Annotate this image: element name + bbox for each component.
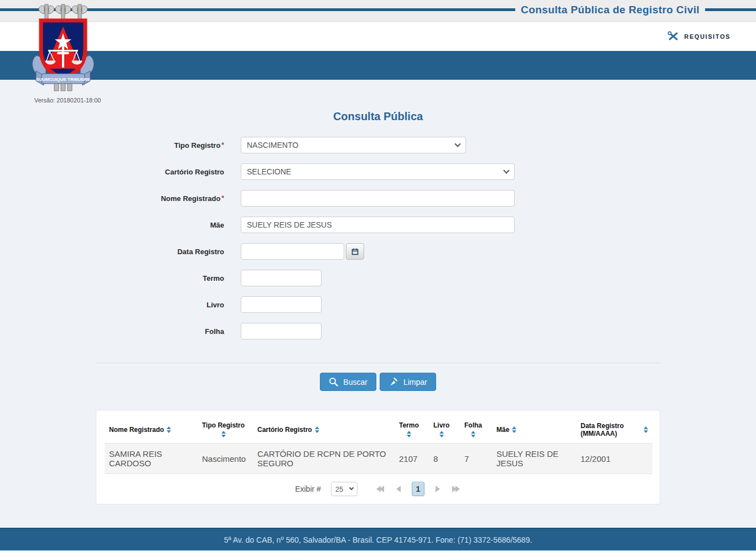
results-table: Nome Registrado Tipo Registro Cartório R…: [105, 414, 653, 474]
sort-icon[interactable]: [471, 431, 475, 437]
cell-folha: 7: [460, 444, 492, 474]
cell-cartorio-registro: CARTÓRIO DE RCPN DE PORTO SEGURO: [253, 444, 395, 474]
search-form: Tipo Registro* NASCIMENTO Cartório Regis…: [0, 137, 756, 339]
mae-input[interactable]: [241, 217, 515, 233]
form-row-mae: Mãe: [0, 217, 756, 233]
table-header-row: Nome Registrado Tipo Registro Cartório R…: [105, 414, 653, 444]
first-page-button[interactable]: [375, 485, 385, 493]
livro-label: Livro: [0, 301, 241, 309]
cartorio-registro-label: Cartório Registro: [0, 168, 241, 176]
sort-icon[interactable]: [512, 426, 516, 433]
table-row[interactable]: SAMIRA REIS CARDOSO Nascimento CARTÓRIO …: [105, 444, 653, 474]
main-content: Consulta Pública Tipo Registro* NASCIMEN…: [0, 80, 756, 528]
sort-icon[interactable]: [221, 431, 226, 437]
form-divider: [96, 363, 660, 363]
top-strip: Consulta Pública de Registro Civil: [0, 0, 756, 22]
form-row-tipo-registro: Tipo Registro* NASCIMENTO: [0, 137, 756, 153]
tipo-registro-select[interactable]: NASCIMENTO: [241, 137, 466, 153]
data-registro-label: Data Registro: [0, 248, 241, 256]
requisitos-button[interactable]: REQUISITOS: [667, 31, 731, 42]
cell-tipo-registro: Nascimento: [198, 444, 253, 474]
cartorio-registro-select[interactable]: SELECIONE: [241, 163, 515, 180]
livro-input[interactable]: [241, 296, 322, 313]
required-asterisk: *: [221, 194, 224, 202]
next-page-button[interactable]: [434, 485, 441, 493]
cartorio-registro-value: SELECIONE: [247, 167, 291, 176]
col-data-registro[interactable]: Data Registro (MM/AAAA): [576, 414, 653, 444]
search-icon: [329, 377, 338, 387]
logo-motto-text: SUUMCUIQUE TRIBUERE: [36, 77, 90, 82]
folha-input[interactable]: [241, 323, 322, 339]
calendar-icon: [351, 248, 359, 255]
form-row-nome-registrado: Nome Registrado*: [0, 190, 756, 207]
action-buttons: Buscar Limpar: [0, 373, 756, 391]
sort-icon[interactable]: [407, 431, 411, 437]
sort-icon[interactable]: [167, 426, 171, 433]
cell-livro: 8: [429, 444, 460, 474]
limpar-button[interactable]: Limpar: [380, 373, 436, 391]
current-page-button[interactable]: 1: [412, 482, 424, 496]
required-asterisk: *: [221, 141, 224, 149]
page-size-value: 25: [335, 485, 343, 493]
results-card: Nome Registrado Tipo Registro Cartório R…: [96, 410, 660, 504]
page-title: Consulta Pública: [0, 80, 756, 123]
chevron-down-icon: [349, 486, 354, 490]
tjba-crest-logo: SUUMCUIQUE TRIBUERE: [29, 2, 97, 97]
footer-address: 5ª Av. do CAB, nº 560, Salvador/BA - Bra…: [224, 535, 532, 544]
chevron-down-icon: [503, 167, 509, 173]
col-cartorio-registro[interactable]: Cartório Registro: [253, 414, 395, 444]
pagination-bar: Exibir # 25 1: [105, 482, 651, 496]
col-mae[interactable]: Mãe: [492, 414, 576, 444]
col-nome-registrado[interactable]: Nome Registrado: [105, 414, 198, 444]
exibir-label: Exibir #: [295, 485, 321, 493]
footer-bar: 5ª Av. do CAB, nº 560, Salvador/BA - Bra…: [0, 529, 756, 550]
consulta-publica-page: Consulta Pública de Registro Civil REQUI…: [0, 0, 756, 551]
cell-data-registro: 12/2001: [576, 444, 653, 474]
sort-icon[interactable]: [439, 431, 444, 437]
folha-label: Folha: [0, 327, 241, 336]
cell-nome-registrado: SAMIRA REIS CARDOSO: [105, 444, 198, 474]
prev-page-button[interactable]: [395, 485, 402, 493]
sort-icon[interactable]: [644, 426, 648, 433]
version-label: Versão: 20180201-18:00: [34, 97, 101, 104]
chevron-down-icon: [454, 141, 460, 147]
nome-registrado-label: Nome Registrado*: [0, 194, 241, 203]
form-row-cartorio-registro: Cartório Registro SELECIONE: [0, 163, 756, 180]
header-blue-band: [0, 51, 756, 80]
col-termo[interactable]: Termo: [395, 414, 429, 444]
cell-termo: 2107: [395, 444, 429, 474]
termo-input[interactable]: [241, 270, 322, 286]
tipo-registro-label: Tipo Registro*: [0, 141, 241, 150]
requisitos-label: REQUISITOS: [684, 33, 731, 40]
form-row-data-registro: Data Registro: [0, 243, 756, 260]
sort-icon[interactable]: [315, 426, 319, 433]
form-row-folha: Folha: [0, 323, 756, 339]
col-folha[interactable]: Folha: [460, 414, 492, 444]
cell-mae: SUELY REIS DE JESUS: [492, 444, 576, 474]
buscar-button[interactable]: Buscar: [320, 373, 376, 391]
form-row-termo: Termo: [0, 270, 756, 286]
toolbar-strip: REQUISITOS: [0, 22, 756, 51]
col-livro[interactable]: Livro: [429, 414, 460, 444]
page-size-select[interactable]: 25: [331, 482, 358, 496]
calendar-button[interactable]: [346, 243, 364, 260]
nome-registrado-input[interactable]: [241, 190, 515, 207]
col-tipo-registro[interactable]: Tipo Registro: [198, 414, 253, 444]
tipo-registro-value: NASCIMENTO: [247, 141, 298, 150]
tools-icon: [667, 31, 679, 42]
mae-label: Mãe: [0, 221, 241, 229]
last-page-button[interactable]: [451, 485, 461, 493]
termo-label: Termo: [0, 274, 241, 282]
broom-icon: [389, 377, 398, 387]
app-title: Consulta Pública de Registro Civil: [515, 4, 705, 16]
form-row-livro: Livro: [0, 296, 756, 313]
data-registro-input[interactable]: [241, 243, 344, 260]
